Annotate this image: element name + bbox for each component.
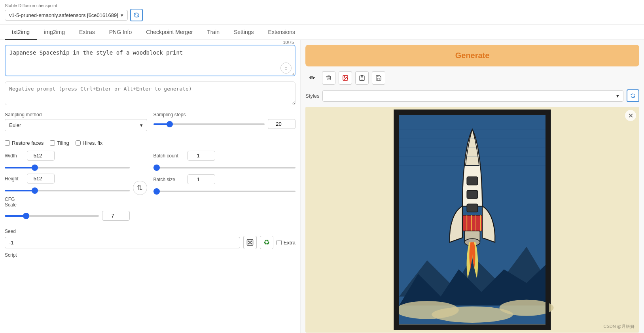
- dimensions-batch-section: Width Height C: [5, 151, 295, 225]
- seed-input[interactable]: [5, 237, 240, 248]
- styles-dropdown[interactable]: ▾: [322, 90, 623, 102]
- svg-rect-22: [467, 204, 477, 212]
- svg-point-2: [251, 241, 252, 242]
- sampling-steps-row: [153, 119, 296, 129]
- width-label: Width: [5, 153, 25, 159]
- svg-point-7: [344, 77, 345, 78]
- sampling-method-dropdown[interactable]: Euler ▾: [5, 119, 147, 131]
- checkboxes-row: Restore faces Tiling Hires. fix: [5, 140, 295, 146]
- sampling-method-section: Sampling method Euler ▾: [5, 112, 147, 136]
- restore-faces-label: Restore faces: [12, 140, 44, 146]
- hires-fix-label: Hires. fix: [83, 140, 103, 146]
- toolbar-icons: ✏: [305, 71, 639, 85]
- negative-prompt-input[interactable]: [5, 81, 295, 105]
- sampling-steps-input[interactable]: [268, 119, 295, 129]
- chevron-down-icon: ▾: [140, 122, 143, 128]
- restore-faces-checkbox[interactable]: Restore faces: [5, 140, 44, 146]
- pencil-button[interactable]: ✏: [305, 71, 319, 85]
- hires-fix-checkbox[interactable]: Hires. fix: [76, 140, 103, 146]
- svg-rect-20: [467, 177, 477, 185]
- checkpoint-dropdown[interactable]: v1-5-pruned-emaonly.safetensors [6ce0161…: [5, 10, 128, 21]
- sampling-steps-section: Sampling steps: [153, 112, 296, 134]
- recycle-button[interactable]: ♻: [260, 236, 273, 249]
- batch-size-input[interactable]: [188, 174, 215, 184]
- dimensions-controls: Width Height C: [5, 151, 130, 225]
- svg-point-4: [251, 243, 252, 244]
- sampling-steps-slider[interactable]: [153, 123, 265, 125]
- trash-button[interactable]: [322, 71, 335, 85]
- watermark: CSDN @月妍妍: [604, 324, 635, 329]
- swap-dimensions-button[interactable]: ⇅: [133, 181, 147, 195]
- negative-prompt-area: [5, 81, 295, 106]
- save-button[interactable]: [372, 71, 385, 85]
- height-input[interactable]: [27, 174, 55, 184]
- tab-img2img[interactable]: img2img: [37, 25, 72, 40]
- svg-point-5: [250, 242, 250, 243]
- positive-prompt-input[interactable]: Japanese Spaceship in the style of a woo…: [5, 45, 295, 76]
- width-row: Width: [5, 151, 130, 161]
- tab-checkpoint-merger[interactable]: Checkpoint Merger: [139, 25, 200, 40]
- token-count: 10/75: [281, 40, 295, 45]
- cfg-scale-label: CFG Scale: [5, 197, 25, 208]
- tab-extras[interactable]: Extras: [72, 25, 102, 40]
- cfg-scale-slider[interactable]: [5, 215, 99, 217]
- height-slider[interactable]: [5, 190, 130, 191]
- tiling-input[interactable]: [50, 140, 55, 146]
- image-close-button[interactable]: ✕: [625, 110, 636, 121]
- main-content: 10/75 Japanese Spaceship in the style of…: [0, 40, 644, 333]
- height-label: Height: [5, 176, 25, 182]
- positive-prompt-area: 10/75 Japanese Spaceship in the style of…: [5, 45, 295, 78]
- width-input[interactable]: [27, 151, 55, 161]
- seed-label: Seed: [5, 229, 295, 234]
- checkpoint-section: Stable Diffusion checkpoint v1-5-pruned-…: [5, 3, 143, 21]
- cfg-scale-row: CFG Scale: [5, 197, 130, 208]
- tab-pnginfo[interactable]: PNG Info: [102, 25, 139, 40]
- svg-point-1: [248, 241, 249, 242]
- seed-row: ♻ Extra: [5, 236, 295, 249]
- dice-button[interactable]: [243, 236, 257, 249]
- styles-row: Styles ▾: [305, 89, 639, 102]
- image-button[interactable]: [339, 71, 352, 85]
- restore-faces-input[interactable]: [5, 140, 10, 146]
- chevron-down-icon: ▾: [616, 93, 619, 99]
- sampling-method-value: Euler: [9, 122, 21, 128]
- svg-rect-38: [396, 324, 549, 328]
- hires-fix-input[interactable]: [76, 140, 81, 146]
- batch-section: Batch count Batch size: [153, 151, 296, 198]
- checkpoint-select: v1-5-pruned-emaonly.safetensors [6ce0161…: [5, 9, 143, 21]
- svg-rect-21: [467, 190, 477, 199]
- batch-size-row: Batch size: [153, 174, 296, 184]
- tab-settings[interactable]: Settings: [227, 25, 261, 40]
- height-slider-row: [5, 187, 130, 193]
- clipboard-button[interactable]: [355, 71, 369, 85]
- generate-button[interactable]: Generate: [305, 45, 639, 66]
- width-slider[interactable]: [5, 167, 130, 168]
- svg-point-3: [248, 243, 249, 244]
- paste-button[interactable]: ○: [280, 62, 292, 74]
- checkpoint-refresh-button[interactable]: [130, 9, 143, 21]
- seed-section: Seed ♻ Extra: [5, 229, 295, 249]
- checkpoint-label: Stable Diffusion checkpoint: [5, 3, 143, 8]
- left-panel: 10/75 Japanese Spaceship in the style of…: [0, 40, 301, 333]
- svg-rect-23: [462, 215, 482, 231]
- tab-txt2img[interactable]: txt2img: [5, 25, 37, 40]
- tab-extensions[interactable]: Extensions: [261, 25, 302, 40]
- svg-rect-35: [396, 111, 399, 328]
- batch-size-slider[interactable]: [153, 191, 296, 192]
- checkpoint-value: v1-5-pruned-emaonly.safetensors [6ce0161…: [9, 12, 118, 18]
- chevron-down-icon: ▾: [121, 12, 123, 18]
- cfg-scale-input[interactable]: [102, 211, 130, 221]
- extra-checkbox[interactable]: Extra: [277, 240, 295, 246]
- batch-count-input[interactable]: [188, 151, 215, 161]
- svg-rect-37: [396, 111, 549, 115]
- generated-image: [305, 107, 639, 333]
- styles-refresh-button[interactable]: [627, 89, 639, 102]
- batch-count-slider[interactable]: [153, 167, 296, 168]
- script-label: Script: [5, 252, 295, 258]
- sampling-method-label: Sampling method: [5, 112, 147, 117]
- batch-size-slider-row: [153, 187, 296, 193]
- script-section: Script: [5, 252, 295, 258]
- tab-train[interactable]: Train: [200, 25, 227, 40]
- tiling-checkbox[interactable]: Tiling: [50, 140, 69, 146]
- extra-checkbox-input[interactable]: [277, 240, 282, 245]
